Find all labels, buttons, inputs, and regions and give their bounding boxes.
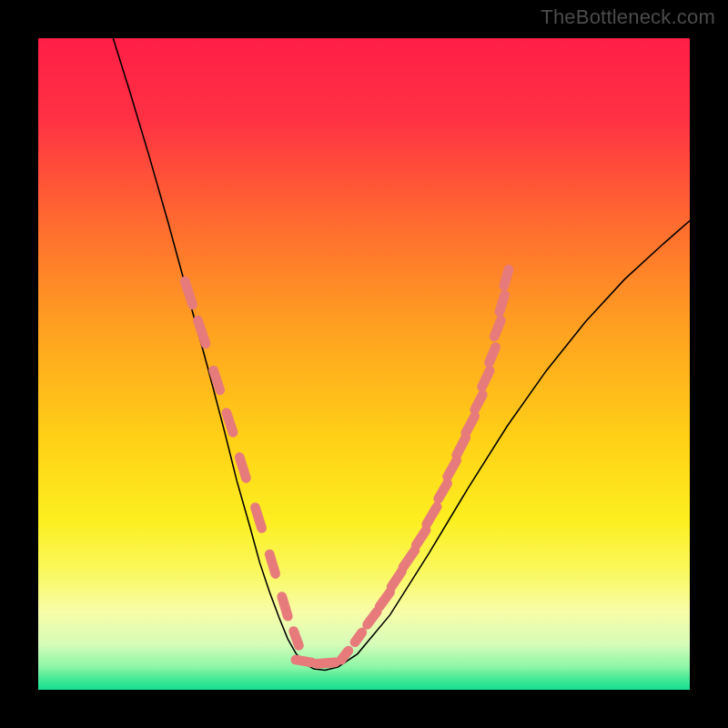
annotation-dash <box>282 597 288 616</box>
bottleneck-curve-svg <box>38 38 690 690</box>
annotation-dash <box>355 632 362 642</box>
annotation-dash <box>227 413 233 432</box>
annotation-dash <box>457 438 466 455</box>
annotation-dash <box>475 395 483 410</box>
plot-area <box>38 38 690 690</box>
annotation-dash <box>239 457 246 478</box>
annotation-dash <box>504 269 509 286</box>
annotation-dash <box>391 571 401 587</box>
annotation-dash <box>197 320 206 344</box>
annotation-dash <box>269 554 275 573</box>
annotation-dash <box>294 632 299 646</box>
annotation-dash <box>403 551 415 568</box>
annotation-dash <box>317 662 335 663</box>
annotation-dash <box>500 295 505 312</box>
annotation-dash <box>341 651 349 660</box>
annotation-dash <box>466 416 475 433</box>
annotation-dash <box>439 483 448 499</box>
annotation-dash <box>296 660 312 662</box>
annotation-dash <box>185 281 193 305</box>
annotation-dash <box>416 531 426 545</box>
annotation-dash <box>214 370 220 389</box>
annotation-dash <box>482 370 490 387</box>
annotation-dash <box>255 508 261 529</box>
watermark-text: TheBottleneck.com <box>541 5 715 29</box>
annotation-dash <box>448 460 457 477</box>
chart-frame: TheBottleneck.com <box>0 0 728 728</box>
annotation-dash <box>427 507 437 524</box>
annotation-dash <box>379 592 389 607</box>
annotation-dash <box>489 347 495 362</box>
annotation-dash <box>368 612 378 624</box>
annotation-dash <box>494 320 500 337</box>
